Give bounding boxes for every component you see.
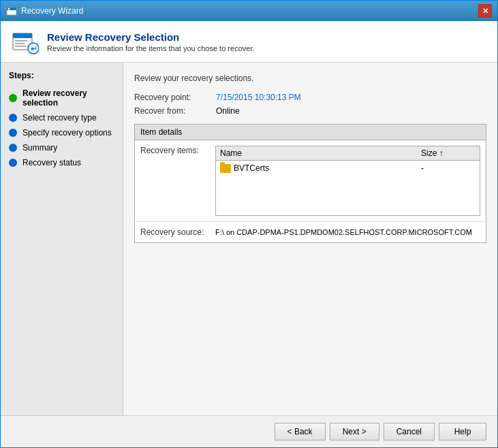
step-label-review: Review recovery selection (22, 89, 114, 108)
back-button[interactable]: < Back (275, 423, 326, 441)
recovery-items-label: Recovery items: (140, 146, 215, 155)
sidebar-item-summary[interactable]: Summary (1, 140, 123, 155)
step-label-select: Select recovery type (22, 113, 97, 123)
recovery-point-row: Recovery point: 7/15/2015 10:30:13 PM (134, 93, 486, 102)
col-header-size: Size ↑ (421, 148, 476, 158)
help-button[interactable]: Help (439, 423, 486, 441)
sidebar-item-select-recovery-type[interactable]: Select recovery type (1, 110, 123, 125)
svg-rect-7 (15, 46, 26, 47)
recover-from-value: Online (216, 106, 240, 116)
content-area: Steps: Review recovery selection Select … (1, 63, 497, 415)
table-row: BVTCerts - (216, 161, 480, 215)
step-dot-summary (9, 144, 17, 152)
step-dot-specify (9, 129, 17, 137)
header-title: Review Recovery Selection (47, 31, 254, 43)
close-button[interactable]: ✕ (478, 4, 492, 18)
header-text: Review Recovery Selection Review the inf… (47, 31, 254, 52)
recovery-source-label: Recovery source: (140, 227, 215, 237)
recovery-table: Name Size ↑ BVTCerts - (215, 146, 480, 216)
cancel-button[interactable]: Cancel (384, 423, 435, 441)
title-bar-text: Recovery Wizard (21, 6, 83, 16)
wizard-icon (6, 5, 17, 16)
header-icon: ↩ (12, 28, 39, 55)
step-dot-status (9, 159, 17, 167)
title-bar-left: Recovery Wizard (6, 5, 83, 16)
recover-from-row: Recover from: Online (134, 106, 486, 116)
step-label-summary: Summary (22, 143, 57, 153)
recovery-source-row: Recovery source: F:\ on CDAP-DPMA-PS1.DP… (135, 221, 486, 242)
header-subtitle: Review the information for the items tha… (47, 44, 254, 52)
recover-from-label: Recover from: (134, 106, 216, 116)
footer: < Back Next > Cancel Help (1, 415, 497, 447)
folder-icon (220, 164, 231, 173)
item-details-section: Item details Recovery items: Name Size ↑ (134, 124, 486, 243)
sidebar-item-recovery-status[interactable]: Recovery status (1, 155, 123, 170)
next-button[interactable]: Next > (330, 423, 379, 441)
table-header-row: Name Size ↑ (216, 146, 480, 161)
sidebar-item-specify-recovery-options[interactable]: Specify recovery options (1, 125, 123, 140)
svg-point-2 (8, 8, 10, 10)
col-header-name: Name (220, 148, 421, 158)
title-bar: Recovery Wizard ✕ (1, 1, 497, 21)
header-section: ↩ Review Recovery Selection Review the i… (1, 21, 497, 63)
svg-rect-5 (15, 40, 27, 42)
svg-text:↩: ↩ (31, 45, 37, 52)
main-content: Review your recovery selections. Recover… (123, 63, 497, 415)
step-label-specify: Specify recovery options (22, 128, 112, 138)
table-cell-name-text: BVTCerts (234, 163, 269, 173)
svg-rect-6 (15, 43, 25, 44)
item-details-header: Item details (135, 125, 486, 140)
recovery-items-row: Recovery items: Name Size ↑ (135, 140, 486, 221)
recovery-point-value: 7/15/2015 10:30:13 PM (216, 93, 301, 102)
step-dot-review (9, 94, 17, 102)
sidebar-item-review-recovery-selection[interactable]: Review recovery selection (1, 86, 123, 110)
recovery-source-value: F:\ on CDAP-DPMA-PS1.DPMDOM02.SELFHOST.C… (215, 228, 472, 236)
review-intro: Review your recovery selections. (134, 74, 486, 83)
steps-label: Steps: (1, 71, 123, 86)
sidebar: Steps: Review recovery selection Select … (1, 63, 123, 415)
recovery-wizard-window: Recovery Wizard ✕ ↩ Review Recovery Sele… (0, 0, 498, 448)
table-cell-name: BVTCerts (220, 163, 421, 173)
step-label-status: Recovery status (22, 158, 81, 167)
table-cell-size: - (421, 163, 476, 173)
svg-rect-4 (13, 33, 32, 38)
step-dot-select (9, 114, 17, 122)
recovery-point-label: Recovery point: (134, 93, 216, 102)
